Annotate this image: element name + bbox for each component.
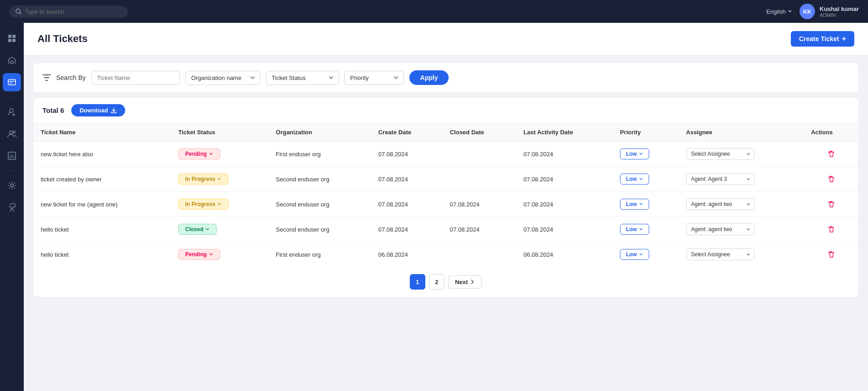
search-box[interactable] [9, 5, 128, 18]
col-ticket-status: Ticket Status [171, 123, 269, 142]
priority-badge[interactable]: Low [620, 174, 649, 185]
priority-badge[interactable]: Low [620, 148, 649, 159]
sidebar-item-users[interactable] [3, 125, 21, 143]
delete-button[interactable] [811, 150, 851, 158]
delete-button[interactable] [811, 250, 851, 259]
filter-icon [42, 74, 51, 82]
cell-actions[interactable] [804, 192, 858, 217]
user-info: KK Kushal kumar ADMIN [799, 4, 859, 19]
table-row: hello ticket Closed Second enduser org 0… [33, 217, 858, 242]
sidebar-item-tools[interactable] [3, 198, 21, 217]
sidebar-divider-1 [5, 97, 19, 97]
cell-priority[interactable]: Low [613, 167, 678, 192]
delete-button[interactable] [811, 175, 851, 183]
cell-priority[interactable]: Low [613, 242, 678, 267]
cell-ticket-status[interactable]: Pending [171, 142, 269, 167]
cell-priority[interactable]: Low [613, 142, 678, 167]
delete-button[interactable] [811, 225, 851, 233]
cell-ticket-status[interactable]: Pending [171, 242, 269, 267]
sidebar-item-tickets[interactable] [3, 73, 21, 91]
page-2-button[interactable]: 2 [429, 274, 445, 290]
sidebar-item-settings[interactable] [3, 176, 21, 195]
next-button[interactable]: Next [448, 275, 482, 289]
apply-button[interactable]: Apply [409, 70, 449, 85]
assignee-select[interactable]: Agent: Agent 3 Select Assignee Agent: Ag… [686, 173, 755, 185]
sidebar-divider-2 [5, 170, 19, 171]
priority-select[interactable]: Priority Low Medium High [344, 71, 404, 85]
create-ticket-button[interactable]: Create Ticket + [791, 31, 854, 47]
page-1-button[interactable]: 1 [410, 274, 425, 290]
cell-ticket-status[interactable]: In Progress [171, 167, 269, 192]
svg-rect-7 [8, 79, 16, 85]
status-badge[interactable]: Pending [178, 249, 220, 260]
page-title: All Tickets [37, 33, 88, 45]
cell-ticket-name: hello ticket [33, 242, 171, 267]
org-name-select[interactable]: Organization name First enduser org Seco… [185, 71, 260, 85]
svg-point-13 [10, 131, 13, 134]
cell-create-date: 06.08.2024 [371, 242, 443, 267]
cell-last-activity: 07.08.2024 [516, 167, 613, 192]
cell-ticket-status[interactable]: In Progress [171, 192, 269, 217]
download-button[interactable]: Download [71, 104, 125, 116]
cell-ticket-name: new ticket for me (agent one) [33, 192, 171, 217]
col-assignee: Assignee [679, 123, 804, 142]
user-name: Kushal kumar [820, 5, 859, 12]
search-icon [16, 8, 21, 15]
cell-assignee[interactable]: Select Assignee Select Assignee Agent: A… [679, 242, 804, 267]
search-by-label: Search By [56, 74, 86, 81]
avatar-initials: KK [803, 8, 812, 15]
table-toolbar: Total 6 Download [33, 98, 858, 123]
ticket-status-select[interactable]: Ticket Status Pending In Progress Closed [266, 71, 339, 85]
total-label: Total 6 [42, 106, 64, 114]
svg-rect-3 [12, 35, 16, 38]
sidebar-item-dashboard[interactable] [3, 29, 21, 48]
cell-priority[interactable]: Low [613, 192, 678, 217]
cell-actions[interactable] [804, 142, 858, 167]
status-badge[interactable]: Closed [178, 224, 217, 235]
avatar: KK [799, 4, 815, 19]
status-badge[interactable]: In Progress [178, 199, 228, 210]
cell-ticket-name: ticket created by owner [33, 167, 171, 192]
plus-icon: + [842, 35, 846, 43]
cell-ticket-status[interactable]: Closed [171, 217, 269, 242]
ticket-name-input[interactable] [91, 71, 180, 85]
assignee-select[interactable]: Select Assignee Select Assignee Agent: A… [686, 148, 755, 160]
col-organization: Organization [269, 123, 371, 142]
assignee-select[interactable]: Agent: agent two Select Assignee Agent: … [686, 223, 755, 235]
svg-point-19 [11, 184, 13, 187]
cell-assignee[interactable]: Select Assignee Select Assignee Agent: A… [679, 142, 804, 167]
cell-last-activity: 07.08.2024 [516, 142, 613, 167]
sidebar-item-organization[interactable] [3, 51, 21, 69]
user-role: ADMIN [820, 12, 859, 18]
language-selector[interactable]: English [766, 8, 792, 15]
chevron-down-icon [639, 152, 643, 156]
cell-priority[interactable]: Low [613, 217, 678, 242]
table-row: hello ticket Pending First enduser org 0… [33, 242, 858, 267]
priority-badge[interactable]: Low [620, 224, 649, 235]
svg-rect-5 [12, 39, 16, 42]
sidebar-item-reports[interactable] [3, 147, 21, 165]
sidebar-item-add-user[interactable] [3, 103, 21, 121]
cell-actions[interactable] [804, 242, 858, 267]
status-badge[interactable]: Pending [178, 148, 220, 159]
page-header: All Tickets Create Ticket + [24, 23, 868, 55]
cell-assignee[interactable]: Agent: agent two Select Assignee Agent: … [679, 217, 804, 242]
language-label: English [766, 8, 786, 15]
status-badge[interactable]: In Progress [178, 174, 228, 185]
cell-create-date: 07.08.2024 [371, 192, 443, 217]
priority-badge[interactable]: Low [620, 249, 649, 260]
delete-button[interactable] [811, 200, 851, 208]
cell-actions[interactable] [804, 217, 858, 242]
cell-closed-date [443, 142, 516, 167]
assignee-select[interactable]: Select Assignee Select Assignee Agent: A… [686, 248, 755, 260]
pagination: 1 2 Next [33, 267, 858, 297]
assignee-select[interactable]: Agent: agent two Select Assignee Agent: … [686, 198, 755, 210]
cell-actions[interactable] [804, 167, 858, 192]
sidebar [0, 23, 24, 391]
search-input[interactable] [25, 8, 122, 15]
priority-badge[interactable]: Low [620, 199, 649, 210]
cell-assignee[interactable]: Agent: Agent 3 Select Assignee Agent: Ag… [679, 167, 804, 192]
chevron-down-icon [639, 177, 643, 181]
cell-last-activity: 07.08.2024 [516, 192, 613, 217]
cell-assignee[interactable]: Agent: agent two Select Assignee Agent: … [679, 192, 804, 217]
